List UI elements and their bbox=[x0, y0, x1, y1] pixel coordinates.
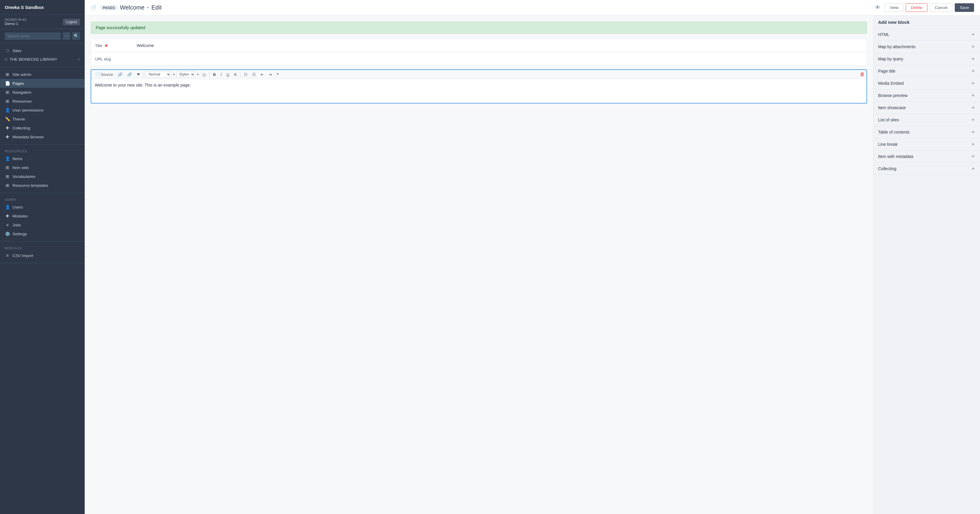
block-item-table-of-contents[interactable]: Table of contents + bbox=[873, 126, 980, 138]
admin-label: ADMIN bbox=[0, 196, 85, 203]
modules-icon: ✚ bbox=[5, 214, 10, 218]
title-input[interactable] bbox=[137, 42, 862, 49]
add-block-html-button[interactable]: + bbox=[971, 32, 975, 37]
pages-icon: 📄 bbox=[5, 81, 10, 86]
sidebar-item-item-sets[interactable]: ⊞Item sets bbox=[0, 163, 85, 172]
add-block-collecting-button[interactable]: + bbox=[971, 166, 975, 171]
rte-styles-select[interactable]: Styles bbox=[177, 71, 195, 78]
sidebar-item-modules[interactable]: ✚Modules bbox=[0, 211, 85, 220]
add-block-map-by-query-button[interactable]: + bbox=[971, 56, 975, 62]
rte-ul-btn[interactable]: ☷ bbox=[250, 72, 258, 78]
block-item-map-by-query[interactable]: Map by query + bbox=[873, 53, 980, 65]
required-star: ✱ bbox=[105, 43, 108, 48]
sidebar-item-navigation[interactable]: ⊞Navigation bbox=[0, 88, 85, 97]
theme-icon: ✏️ bbox=[5, 117, 10, 121]
add-block-page-title-button[interactable]: + bbox=[971, 69, 975, 74]
sidebar-item-resource-templates[interactable]: ⊞Resource templates bbox=[0, 181, 85, 190]
save-button[interactable]: Save bbox=[955, 3, 974, 12]
settings-icon: ⚙️ bbox=[5, 231, 10, 236]
sidebar-item-collecting[interactable]: ✚Collecting bbox=[0, 123, 85, 132]
sidebar-item-settings[interactable]: ⚙️Settings bbox=[0, 229, 85, 238]
rte-bold-btn[interactable]: B bbox=[211, 72, 218, 78]
block-item-map-by-attachments[interactable]: Map by attachments + bbox=[873, 41, 980, 53]
sidebar-item-items[interactable]: 👤Items bbox=[0, 154, 85, 163]
rte-source-btn[interactable]: 📄 Source bbox=[94, 72, 115, 78]
block-item-media-embed[interactable]: Media Embed + bbox=[873, 77, 980, 89]
search-input[interactable] bbox=[5, 32, 61, 40]
delete-block-button[interactable]: 🗑 bbox=[860, 72, 865, 77]
rte-anchor-btn[interactable]: ⚑ bbox=[135, 72, 142, 78]
url-input[interactable] bbox=[137, 55, 862, 62]
rte-indent-btn[interactable]: ⇥ bbox=[267, 72, 274, 78]
url-row: URL slug bbox=[91, 53, 867, 65]
user-info: SIGNED IN AS Demo 1 bbox=[5, 18, 27, 26]
search-button[interactable]: 🔍 bbox=[72, 32, 80, 40]
rte-divider-2 bbox=[209, 72, 210, 77]
add-block-header: Add new block bbox=[873, 16, 980, 29]
block-label-map-by-query: Map by query bbox=[878, 56, 903, 61]
block-item-list-of-sites[interactable]: List of sites + bbox=[873, 114, 980, 126]
resources-icon: ⊞ bbox=[5, 99, 10, 104]
rte-container: 📄 Source 🔗 🔗 ⚑ Normal Heading 1 Heading … bbox=[91, 69, 867, 104]
more-button[interactable]: ⋯ bbox=[63, 32, 70, 40]
rte-content-area[interactable]: Welcome to your new site. This is an exa… bbox=[91, 79, 867, 103]
page-title-heading: Welcome•Edit bbox=[120, 4, 161, 11]
add-block-item-with-metadata-button[interactable]: + bbox=[971, 154, 975, 159]
cancel-button[interactable]: Cancel bbox=[930, 3, 952, 12]
modules-label: MODULES bbox=[0, 244, 85, 251]
sidebar-item-sites[interactable]: □ Sites bbox=[0, 46, 85, 55]
sidebar: Omeka S Sandbox SIGNED IN AS Demo 1 Logo… bbox=[0, 0, 85, 514]
block-item-html[interactable]: HTML + bbox=[873, 29, 980, 41]
logout-button[interactable]: Logout bbox=[63, 19, 80, 25]
sidebar-item-theme[interactable]: ✏️Theme bbox=[0, 115, 85, 123]
site-name-left: □ THE BEINECKE LIBRARY bbox=[5, 57, 57, 62]
view-button[interactable]: View bbox=[885, 3, 903, 12]
add-block-line-break-button[interactable]: + bbox=[971, 142, 975, 147]
rte-format-select[interactable]: Normal Heading 1 Heading 2 Heading 3 bbox=[146, 71, 171, 78]
sidebar-site-beinecke[interactable]: □ THE BEINECKE LIBRARY ↗ bbox=[0, 55, 85, 64]
sidebar-item-site-admin[interactable]: ⊞Site admin bbox=[0, 70, 85, 79]
editor-panel: Page successfully updated Title ✱ URL sl… bbox=[85, 16, 873, 514]
rte-italic-btn[interactable]: I bbox=[219, 72, 223, 78]
preview-icon-button[interactable]: 👁 bbox=[873, 3, 882, 12]
block-item-item-with-metadata[interactable]: Item with metadata + bbox=[873, 150, 980, 163]
rte-toolbar: 📄 Source 🔗 🔗 ⚑ Normal Heading 1 Heading … bbox=[91, 70, 867, 79]
users-icon: 👤 bbox=[5, 205, 10, 209]
add-block-item-showcase-button[interactable]: + bbox=[971, 105, 975, 110]
add-block-browse-preview-button[interactable]: + bbox=[971, 93, 975, 98]
sidebar-item-users[interactable]: 👤Users bbox=[0, 203, 85, 211]
block-item-line-break[interactable]: Line break + bbox=[873, 138, 980, 150]
sidebar-item-metadata-browse[interactable]: ✚Metadata Browse bbox=[0, 132, 85, 141]
rte-ol-btn[interactable]: ☷ bbox=[242, 72, 249, 78]
delete-button[interactable]: Delete bbox=[906, 3, 928, 12]
block-item-page-title[interactable]: Page title + bbox=[873, 65, 980, 77]
rte-link-btn[interactable]: 🔗 bbox=[116, 72, 124, 78]
sidebar-item-vocabularies[interactable]: ⊞Vocabularies bbox=[0, 172, 85, 181]
sidebar-item-pages[interactable]: 📄Pages bbox=[0, 79, 85, 88]
page-title-text: Welcome bbox=[120, 4, 145, 11]
user-section: SIGNED IN AS Demo 1 Logout bbox=[0, 15, 85, 29]
rte-strikethrough-btn[interactable]: S bbox=[232, 72, 238, 78]
rte-underline-btn[interactable]: U bbox=[224, 72, 231, 78]
modules-section: MODULES ≡CSV Import bbox=[0, 241, 85, 263]
rte-fullscreen-btn[interactable]: ◶ bbox=[200, 72, 207, 78]
add-block-map-by-attachments-button[interactable]: + bbox=[971, 44, 975, 49]
rte-unlink-btn[interactable]: 🔗 bbox=[126, 72, 134, 78]
sidebar-item-resources[interactable]: ⊞Resources bbox=[0, 97, 85, 105]
user-permissions-icon: 👤 bbox=[5, 108, 10, 112]
block-item-collecting[interactable]: Collecting + bbox=[873, 163, 980, 175]
sidebar-item-csv-import[interactable]: ≡CSV Import bbox=[0, 251, 85, 260]
sidebar-item-jobs[interactable]: ≡Jobs bbox=[0, 220, 85, 229]
rte-outdent-btn[interactable]: ⇤ bbox=[259, 72, 266, 78]
block-item-item-showcase[interactable]: Item showcase + bbox=[873, 102, 980, 114]
add-block-media-embed-button[interactable]: + bbox=[971, 81, 975, 86]
add-block-table-of-contents-button[interactable]: + bbox=[971, 129, 975, 135]
blocks-list: HTML + Map by attachments + Map by query… bbox=[873, 29, 980, 175]
sites-icon: □ bbox=[5, 48, 10, 53]
rte-blockquote-btn[interactable]: ❝ bbox=[275, 72, 280, 78]
block-item-browse-preview[interactable]: Browse preview + bbox=[873, 89, 980, 102]
content-area: Page successfully updated Title ✱ URL sl… bbox=[85, 16, 980, 514]
sidebar-item-user-permissions[interactable]: 👤User permissions bbox=[0, 105, 85, 115]
rte-resize-handle[interactable]: ⌞ bbox=[864, 97, 866, 102]
add-block-list-of-sites-button[interactable]: + bbox=[971, 117, 975, 123]
